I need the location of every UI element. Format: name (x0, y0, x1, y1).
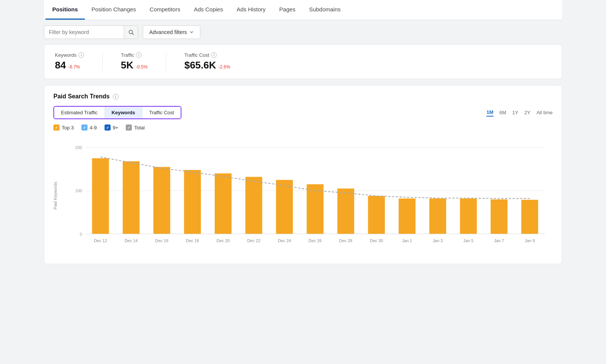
trends-header: Paid Search Trends i (53, 93, 553, 100)
keywords-label: Keywords (55, 52, 77, 58)
traffic-cost-info-icon: i (211, 52, 217, 58)
traffic-change: -0.5% (136, 64, 147, 70)
svg-text:Dec 16: Dec 16 (155, 238, 169, 243)
trends-card: Paid Search Trends i Estimated Traffic K… (44, 85, 562, 264)
traffic-cost-change: -2.6% (219, 64, 230, 70)
trends-title: Paid Search Trends (53, 93, 110, 100)
tab-ads-history[interactable]: Ads History (230, 0, 273, 20)
stat-divider-1 (102, 52, 103, 71)
traffic-label: Traffic (121, 52, 134, 58)
search-input[interactable] (44, 29, 124, 35)
chart-wrapper: Paid Keywords 0100200Dec 12Dec 14Dec 16D… (53, 135, 553, 256)
search-button[interactable] (124, 26, 138, 39)
legend-total: ✓ Total (126, 124, 144, 131)
time-1y[interactable]: 1Y (512, 109, 519, 116)
search-icon (128, 29, 134, 35)
toggle-estimated-traffic[interactable]: Estimated Traffic (54, 107, 105, 118)
stats-card: Keywords i 84 -8.7% Traffic i 5K -0.5% T… (44, 44, 562, 79)
search-wrap (44, 25, 138, 39)
svg-text:Dec 20: Dec 20 (217, 238, 230, 243)
svg-rect-15 (307, 184, 324, 234)
svg-rect-20 (460, 199, 477, 234)
svg-text:100: 100 (75, 188, 82, 193)
traffic-value: 5K (121, 59, 133, 71)
chart-container: 0100200Dec 12Dec 14Dec 16Dec 18Dec 20Dec… (70, 135, 553, 256)
svg-rect-16 (337, 188, 355, 234)
chevron-down-icon (189, 30, 194, 34)
chart-svg: 0100200Dec 12Dec 14Dec 16Dec 18Dec 20Dec… (70, 135, 553, 256)
svg-text:Jan 5: Jan 5 (463, 238, 473, 243)
legend-total-checkbox[interactable]: ✓ (126, 124, 132, 131)
advanced-filters-label: Advanced filters (149, 29, 187, 35)
svg-rect-17 (368, 196, 385, 234)
svg-rect-12 (215, 173, 232, 234)
svg-text:Dec 26: Dec 26 (309, 238, 322, 243)
svg-text:200: 200 (75, 145, 82, 150)
svg-rect-13 (245, 177, 262, 234)
svg-text:Dec 30: Dec 30 (370, 238, 383, 243)
time-2y[interactable]: 2Y (524, 109, 530, 116)
time-all[interactable]: All time (536, 109, 553, 116)
stat-keywords: Keywords i 84 -8.7% (55, 52, 84, 71)
legend-top3-checkbox[interactable]: ✓ (53, 124, 59, 131)
stat-divider-2 (166, 52, 166, 71)
tab-competitors[interactable]: Competitors (143, 0, 187, 20)
svg-rect-22 (521, 200, 538, 234)
filter-bar: Advanced filters (44, 20, 562, 44)
svg-text:Dec 14: Dec 14 (125, 238, 138, 243)
svg-rect-14 (276, 180, 293, 234)
svg-rect-9 (123, 161, 140, 234)
svg-text:0: 0 (80, 232, 82, 236)
legend-row: ✓ Top 3 ✓ 4-9 ✓ 9+ ✓ Total (53, 124, 553, 131)
legend-9plus-label: 9+ (113, 125, 119, 131)
svg-rect-19 (429, 199, 446, 234)
legend-4-9-checkbox[interactable]: ✓ (81, 124, 87, 131)
time-6m[interactable]: 6M (500, 109, 506, 116)
keywords-change: -8.7% (68, 64, 80, 70)
nav-tabs: Positions Position Changes Competitors A… (44, 0, 562, 20)
legend-total-label: Total (134, 125, 144, 131)
svg-text:Dec 28: Dec 28 (339, 238, 353, 243)
tab-pages[interactable]: Pages (272, 0, 302, 20)
tab-position-changes[interactable]: Position Changes (85, 0, 143, 20)
advanced-filters-button[interactable]: Advanced filters (143, 25, 200, 39)
traffic-cost-label: Traffic Cost (184, 52, 209, 58)
toggle-row: Estimated Traffic Keywords Traffic Cost … (53, 106, 553, 119)
svg-text:Jan 9: Jan 9 (525, 238, 535, 243)
toggle-group: Estimated Traffic Keywords Traffic Cost (53, 106, 181, 119)
keywords-info-icon: i (78, 52, 84, 58)
tab-positions[interactable]: Positions (45, 0, 85, 20)
time-range-group: 1M 6M 1Y 2Y All time (486, 109, 553, 117)
stat-traffic: Traffic i 5K -0.5% (121, 52, 148, 71)
toggle-keywords[interactable]: Keywords (105, 107, 142, 118)
traffic-info-icon: i (136, 52, 142, 58)
legend-9plus-checkbox[interactable]: ✓ (105, 124, 111, 131)
svg-text:Jan 1: Jan 1 (402, 238, 412, 243)
svg-rect-21 (490, 199, 508, 234)
legend-top3-label: Top 3 (62, 125, 74, 131)
svg-text:Dec 24: Dec 24 (278, 238, 291, 243)
trends-info-icon: i (113, 94, 119, 100)
toggle-traffic-cost[interactable]: Traffic Cost (142, 107, 181, 118)
tab-subdomains[interactable]: Subdomains (302, 0, 347, 20)
svg-text:Dec 22: Dec 22 (247, 238, 261, 243)
legend-4-9-label: 4-9 (90, 125, 97, 131)
y-axis-label: Paid Keywords (53, 182, 58, 209)
svg-rect-10 (153, 167, 170, 234)
svg-text:Dec 12: Dec 12 (94, 238, 107, 243)
legend-9plus: ✓ 9+ (105, 124, 119, 131)
svg-line-1 (132, 33, 134, 35)
legend-top3: ✓ Top 3 (53, 124, 74, 131)
svg-text:Jan 7: Jan 7 (494, 238, 504, 243)
svg-rect-8 (92, 158, 109, 234)
svg-text:Dec 18: Dec 18 (186, 238, 199, 243)
traffic-cost-value: $65.6K (184, 59, 216, 71)
tab-ads-copies[interactable]: Ads Copies (187, 0, 230, 20)
svg-rect-11 (184, 170, 201, 234)
legend-4-9: ✓ 4-9 (81, 124, 97, 131)
time-1m[interactable]: 1M (486, 109, 493, 117)
stat-traffic-cost: Traffic Cost i $65.6K -2.6% (184, 52, 230, 71)
keywords-value: 84 (55, 59, 66, 71)
svg-rect-18 (399, 199, 416, 234)
svg-text:Jan 3: Jan 3 (433, 238, 443, 243)
